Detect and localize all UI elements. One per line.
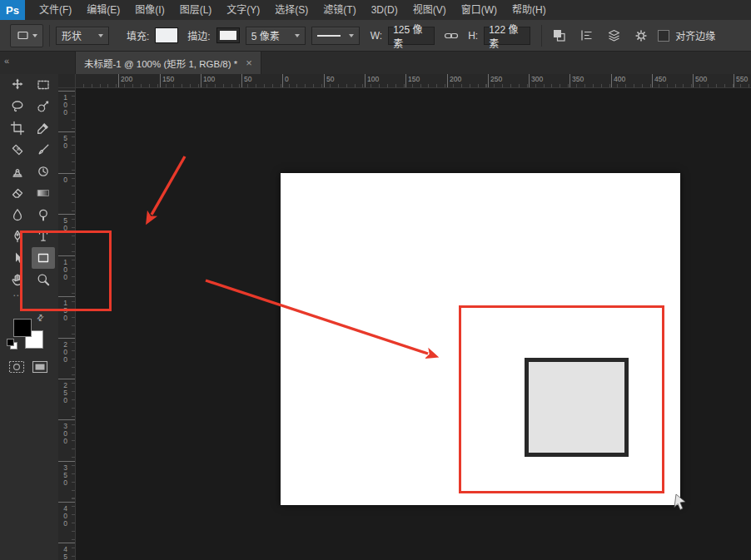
default-colors-icon[interactable] [7, 339, 14, 346]
v-ruler-label: 150 [62, 299, 69, 321]
quick-mask-button[interactable] [8, 360, 25, 377]
v-ruler-label: 0 [62, 176, 69, 183]
geometry-options-button[interactable] [630, 26, 652, 46]
v-ruler-tick: 450 [58, 543, 75, 560]
v-ruler-tick: 150 [58, 296, 75, 321]
tool-mode-select[interactable]: 形状 [56, 27, 109, 45]
shape-height-field[interactable]: 122 像素 [484, 27, 530, 45]
v-ruler-label: 100 [62, 93, 69, 116]
height-label: H: [468, 30, 478, 42]
chevron-down-icon [32, 34, 37, 37]
h-ruler-label: 150 [408, 75, 420, 83]
pen-tool[interactable] [6, 225, 29, 247]
gradient-tool[interactable] [32, 182, 55, 204]
collapse-panel-icon[interactable]: « [4, 56, 7, 66]
swap-colors-icon[interactable]: ⇄ [34, 312, 46, 324]
v-ruler-label: 400 [62, 504, 69, 527]
stroke-color-swatch[interactable] [216, 27, 240, 43]
menu-file[interactable]: 文件(F) [32, 0, 79, 20]
menu-select[interactable]: 选择(S) [267, 0, 316, 20]
more-tools-button[interactable]: ⋯ [6, 290, 29, 302]
eraser-tool[interactable] [6, 182, 29, 204]
width-label: W: [371, 30, 382, 42]
document-tab-title: 未标题-1 @ 100% (矩形 1, RGB/8) * [84, 57, 237, 70]
ruler-origin-corner[interactable] [58, 74, 76, 88]
h-ruler-label: 450 [654, 75, 666, 83]
v-ruler-label: 200 [62, 340, 69, 363]
fill-label: 填充: [127, 28, 149, 42]
v-ruler-tick: 100 [58, 91, 75, 116]
history-brush-tool[interactable] [32, 161, 55, 182]
vertical-ruler[interactable]: 100 50 0 50 100 150 200 250 300 350 400 … [58, 87, 76, 560]
dodge-tool[interactable] [32, 204, 55, 225]
path-operations-button[interactable] [548, 26, 569, 46]
quick-selection-tool[interactable] [32, 96, 55, 117]
v-ruler-tick: 0 [58, 173, 75, 183]
photoshop-logo: Ps [0, 0, 25, 20]
eyedropper-tool[interactable] [32, 117, 55, 139]
h-ruler-tick: 500 [693, 74, 694, 87]
lasso-tool[interactable] [6, 96, 29, 117]
h-ruler-tick: 50 [241, 74, 242, 87]
v-ruler-label: 350 [62, 463, 69, 486]
menu-help[interactable]: 帮助(H) [505, 0, 554, 20]
brush-tool[interactable] [32, 139, 55, 161]
h-ruler-label: 100 [203, 75, 215, 83]
menu-image[interactable]: 图像(I) [127, 0, 172, 20]
h-ruler-label: 50 [326, 75, 334, 83]
v-ruler-tick: 350 [58, 461, 75, 486]
menu-3d[interactable]: 3D(D) [364, 0, 405, 20]
v-ruler-tick: 50 [58, 214, 75, 231]
chevron-down-icon [295, 34, 300, 37]
link-dimensions-button[interactable] [440, 26, 462, 46]
h-ruler-tick: 350 [569, 74, 570, 87]
drawn-rectangle-shape[interactable] [525, 358, 629, 457]
menu-window[interactable]: 窗口(W) [454, 0, 505, 20]
menu-edit[interactable]: 编辑(E) [79, 0, 127, 20]
spot-healing-brush-tool[interactable] [6, 139, 29, 161]
document-tab[interactable]: 未标题-1 @ 100% (矩形 1, RGB/8) * × [75, 52, 261, 74]
horizontal-ruler[interactable]: 200 150 100 50 0 50 100 150 200 250 300 … [75, 74, 751, 88]
hand-tool[interactable] [6, 269, 29, 290]
crop-tool[interactable] [6, 117, 29, 139]
stroke-label: 描边: [187, 28, 210, 42]
h-ruler-label: 200 [121, 75, 132, 83]
rectangular-marquee-tool[interactable] [32, 74, 55, 96]
shape-width-field[interactable]: 125 像素 [388, 27, 435, 45]
move-tool[interactable] [6, 74, 29, 96]
tool-preset-picker[interactable] [10, 24, 43, 47]
h-ruler-tick: 200 [118, 74, 119, 87]
align-icon [579, 28, 594, 42]
path-selection-tool[interactable] [6, 247, 29, 269]
h-ruler-label: 350 [572, 75, 584, 83]
menu-layer[interactable]: 图层(L) [172, 0, 220, 20]
path-arrangement-button[interactable] [603, 26, 624, 46]
v-ruler-tick: 250 [58, 379, 75, 404]
align-edges-checkbox[interactable] [658, 30, 669, 42]
v-ruler-label: 300 [62, 422, 69, 444]
rectangle-tool-selected[interactable] [32, 247, 55, 269]
h-ruler-label: 50 [244, 75, 251, 83]
canvas-pasteboard[interactable] [75, 87, 751, 560]
h-ruler-tick: 100 [365, 74, 366, 87]
clone-stamp-tool[interactable] [6, 161, 29, 182]
fill-color-swatch[interactable] [155, 27, 178, 43]
document-canvas[interactable] [281, 173, 680, 505]
menu-view[interactable]: 视图(V) [405, 0, 454, 20]
zoom-tool[interactable] [32, 269, 55, 290]
blur-tool[interactable] [6, 204, 29, 225]
menu-type[interactable]: 文字(Y) [219, 0, 267, 20]
h-ruler-label: 0 [285, 75, 289, 83]
foreground-color-swatch[interactable] [13, 319, 32, 337]
tool-mode-value: 形状 [62, 28, 82, 42]
menu-filter[interactable]: 滤镜(T) [316, 0, 363, 20]
stroke-width-select[interactable]: 5 像素 [246, 27, 306, 45]
screen-mode-button[interactable] [32, 360, 48, 377]
h-ruler-label: 300 [531, 75, 543, 83]
h-ruler-tick: 250 [488, 74, 489, 87]
path-alignment-button[interactable] [575, 26, 597, 46]
stroke-type-select[interactable] [311, 27, 360, 45]
type-tool[interactable] [32, 225, 55, 247]
close-tab-button[interactable]: × [246, 57, 252, 68]
chevron-down-icon [98, 34, 103, 37]
